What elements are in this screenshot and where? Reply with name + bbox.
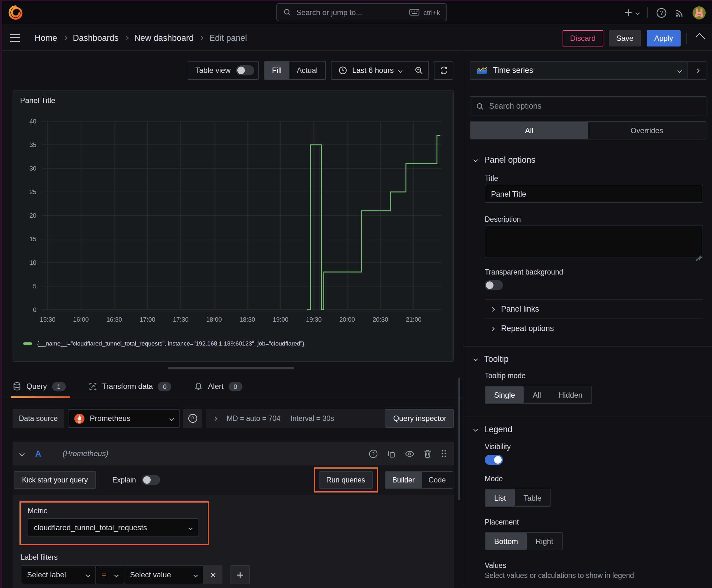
- legend-mode-list[interactable]: List: [486, 489, 515, 506]
- table-view-toggle[interactable]: [236, 65, 255, 76]
- tab-alert[interactable]: Alert 0: [194, 375, 242, 398]
- top-bar: Search or jump to... ctrl+k ?: [0, 0, 712, 25]
- query-options-collapsed[interactable]: MD = auto = 704 Interval = 30s: [206, 409, 390, 428]
- query-inspector-button[interactable]: Query inspector: [386, 409, 454, 428]
- search-options-input[interactable]: Search options: [470, 96, 706, 116]
- help-button[interactable]: ?: [656, 7, 667, 18]
- search-icon: [283, 8, 291, 16]
- panel-options-sidebar: Time series Search options All Overrides…: [463, 51, 712, 587]
- delete-query-icon[interactable]: [424, 449, 431, 458]
- tab-query[interactable]: Query 1: [13, 375, 66, 398]
- tab-overrides[interactable]: Overrides: [588, 122, 706, 139]
- operator-dropdown[interactable]: =: [96, 565, 124, 584]
- toggle-visibility-icon[interactable]: [405, 450, 414, 457]
- transparent-background-toggle[interactable]: [485, 280, 503, 290]
- kick-start-query-button[interactable]: Kick start your query: [14, 471, 96, 489]
- tooltip-mode-hidden[interactable]: Hidden: [550, 386, 591, 403]
- run-queries-button[interactable]: Run queries: [319, 471, 373, 489]
- query-help-icon[interactable]: ?: [369, 449, 378, 458]
- refresh-button[interactable]: [434, 61, 453, 80]
- query-tabs: Query 1 Transform data 0 Alert 0: [0, 375, 463, 398]
- news-rss-button[interactable]: [675, 8, 684, 17]
- remove-filter-button[interactable]: [203, 565, 222, 584]
- svg-text:16:30: 16:30: [106, 316, 122, 323]
- time-series-chart[interactable]: 051015202530354015:3016:0016:3017:0017:3…: [17, 109, 451, 329]
- chevron-down-icon: [398, 68, 403, 72]
- legend-section-header[interactable]: Legend: [463, 425, 712, 434]
- tooltip-mode-all[interactable]: All: [524, 386, 550, 403]
- svg-text:16:00: 16:00: [73, 316, 89, 323]
- tooltip-section-header[interactable]: Tooltip: [463, 354, 712, 364]
- visibility-label: Visibility: [485, 443, 703, 450]
- fill-option[interactable]: Fill: [265, 62, 289, 79]
- user-avatar[interactable]: [693, 6, 706, 19]
- menu-toggle-button[interactable]: [10, 34, 20, 42]
- actual-option[interactable]: Actual: [289, 62, 325, 79]
- placement-right[interactable]: Right: [527, 533, 562, 550]
- metric-annotation-box: Metric cloudflared_tunnel_total_requests: [19, 501, 209, 545]
- datasource-picker[interactable]: Prometheus: [68, 409, 179, 428]
- tab-all[interactable]: All: [470, 122, 588, 139]
- legend-visibility-toggle[interactable]: [485, 455, 503, 465]
- select-value-dropdown[interactable]: Select value: [124, 565, 203, 584]
- chart-legend[interactable]: {__name__="cloudflared_tunnel_total_requ…: [23, 340, 304, 347]
- breadcrumb-new-dashboard[interactable]: New dashboard: [134, 33, 194, 42]
- grafana-logo[interactable]: [8, 5, 23, 20]
- global-search-input[interactable]: Search or jump to... ctrl+k: [276, 3, 447, 21]
- values-label: Values: [485, 562, 703, 569]
- description-textarea[interactable]: [485, 226, 703, 258]
- search-placeholder: Search or jump to...: [296, 8, 405, 17]
- max-data-points-stat: MD = auto = 704: [226, 415, 280, 422]
- svg-text:20:00: 20:00: [339, 316, 355, 323]
- metric-select[interactable]: cloudflared_tunnel_total_requests: [28, 518, 198, 537]
- chevron-right-icon: [490, 307, 495, 311]
- breadcrumb-home[interactable]: Home: [35, 33, 57, 42]
- duplicate-query-icon[interactable]: [387, 449, 395, 458]
- chevron-right-icon: [490, 327, 495, 331]
- clock-icon: [339, 66, 347, 75]
- breadcrumb-dashboards[interactable]: Dashboards: [73, 33, 118, 42]
- run-queries-annotation-box: Run queries: [319, 471, 373, 489]
- collapse-pane-button[interactable]: [695, 33, 705, 43]
- svg-text:21:00: 21:00: [406, 316, 422, 323]
- svg-text:10: 10: [29, 259, 37, 266]
- panel-options-section-header[interactable]: Panel options: [463, 155, 712, 165]
- datasource-help-button[interactable]: ?: [184, 409, 202, 428]
- resize-drag-handle[interactable]: [168, 367, 294, 370]
- chevron-down-icon: [114, 573, 118, 577]
- tab-transform-data[interactable]: Transform data 0: [88, 375, 172, 398]
- table-view-control: Table view: [188, 61, 259, 80]
- explain-toggle[interactable]: [142, 475, 160, 485]
- add-menu-button[interactable]: [624, 8, 639, 17]
- chevron-down-icon: [188, 525, 193, 530]
- panel-options-title: Panel options: [484, 155, 536, 165]
- breadcrumb-bar: Home Dashboards New dashboard Edit panel…: [0, 25, 712, 51]
- panel-title-input[interactable]: Panel Title: [485, 185, 703, 203]
- panel-title-input-value: Panel Title: [491, 189, 526, 198]
- time-range-picker[interactable]: Last 6 hours: [331, 66, 409, 75]
- datasource-value: Prometheus: [90, 414, 165, 423]
- query-row-header[interactable]: A (Prometheus) ?: [13, 442, 454, 465]
- apply-button[interactable]: Apply: [647, 30, 681, 46]
- section-divider: [463, 417, 712, 417]
- repeat-options-section[interactable]: Repeat options: [491, 319, 712, 338]
- chevron-down-icon: [473, 357, 478, 361]
- builder-option[interactable]: Builder: [385, 472, 422, 488]
- expand-viz-picker-button[interactable]: [688, 61, 706, 80]
- visualization-picker[interactable]: Time series: [470, 61, 688, 80]
- tab-query-count: 1: [52, 382, 66, 391]
- svg-text:20:30: 20:30: [373, 316, 388, 323]
- code-option[interactable]: Code: [422, 472, 453, 488]
- select-label-dropdown[interactable]: Select label: [21, 565, 96, 584]
- drag-handle-icon[interactable]: [441, 449, 447, 458]
- discard-button[interactable]: Discard: [563, 30, 603, 46]
- tooltip-mode-single[interactable]: Single: [486, 386, 524, 403]
- save-button[interactable]: Save: [609, 30, 641, 46]
- zoom-out-time-button[interactable]: [409, 66, 428, 75]
- placement-bottom[interactable]: Bottom: [486, 533, 527, 550]
- add-filter-button[interactable]: [231, 565, 250, 584]
- panel-links-section[interactable]: Panel links: [491, 300, 712, 318]
- metric-value: cloudflared_tunnel_total_requests: [34, 523, 147, 532]
- table-view-label: Table view: [195, 66, 231, 75]
- legend-mode-table[interactable]: Table: [515, 489, 550, 506]
